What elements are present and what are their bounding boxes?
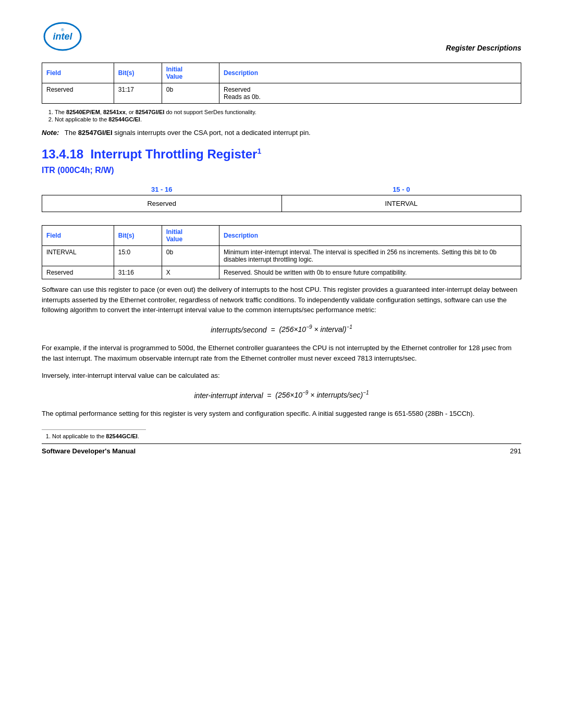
svg-text:intel: intel [53, 31, 72, 42]
body-para-4: The optimal performance setting for this… [42, 409, 521, 419]
table-row: INTERVAL 15:0 0b Minimum inter-interrupt… [42, 246, 521, 266]
page-header: intel ® Register Descriptions [42, 21, 521, 52]
top-footnotes: The 82540EP/EM, 82541xx, or 82547GI/EI d… [42, 109, 521, 122]
col-description: Description [219, 63, 521, 83]
bit-label-right: 15 - 0 [282, 186, 521, 195]
cell-initial: X [162, 266, 219, 279]
cell-initial: 0b [162, 83, 219, 104]
footnote-2: Not applicable to the 82544GC/EI. [55, 116, 521, 122]
cell-initial: 0b [162, 246, 219, 266]
body-para-2: For example, if the interval is programm… [42, 343, 521, 363]
footnote-1: The 82540EP/EM, 82541xx, or 82547GI/EI d… [55, 109, 521, 115]
bit-val-right: INTERVAL [282, 195, 521, 212]
bottom-footnote: Not applicable to the 82544GC/EI. [42, 429, 146, 439]
col-field: Field [42, 63, 114, 83]
cell-desc: Minimum inter-interrupt interval. The in… [219, 246, 521, 266]
bit-label-left: 31 - 16 [42, 186, 282, 195]
table-row: Reserved 31:17 0b ReservedReads as 0b. [42, 83, 521, 104]
note-paragraph: Note: The 82547GI/EI signals interrupts … [42, 129, 521, 137]
bit-val-left: Reserved [42, 195, 282, 212]
page: intel ® Register Descriptions Field Bit(… [0, 0, 563, 471]
cell-bits: 31:17 [114, 83, 162, 104]
top-register-table: Field Bit(s) InitialValue Description Re… [42, 63, 521, 104]
col-description: Description [219, 226, 521, 246]
cell-field: INTERVAL [42, 246, 114, 266]
main-register-table: Field Bit(s) InitialValue Description IN… [42, 225, 521, 279]
cell-desc: Reserved. Should be written with 0b to e… [219, 266, 521, 279]
cell-bits: 15:0 [114, 246, 162, 266]
page-footer: Software Developer's Manual 291 [42, 443, 521, 455]
body-para-1: Software can use this register to pace (… [42, 285, 521, 315]
sub-heading: ITR (000C4h; R/W) [42, 166, 521, 175]
table-row: Reserved 31:16 X Reserved. Should be wri… [42, 266, 521, 279]
col-bits: Bit(s) [114, 226, 162, 246]
footer-left: Software Developer's Manual [42, 447, 136, 455]
formula-2: inter-interrupt interval = (256×10−9 × i… [42, 390, 521, 400]
body-para-3: Inversely, inter-interrupt interval valu… [42, 371, 521, 381]
col-bits: Bit(s) [114, 63, 162, 83]
note-label: Note: [42, 129, 59, 137]
intel-logo: intel ® [42, 21, 83, 52]
cell-field: Reserved [42, 83, 114, 104]
col-initial: InitialValue [162, 226, 219, 246]
bit-diagram: 31 - 16 15 - 0 Reserved INTERVAL [42, 186, 521, 212]
cell-desc: ReservedReads as 0b. [219, 83, 521, 104]
cell-bits: 31:16 [114, 266, 162, 279]
svg-text:®: ® [61, 28, 64, 32]
header-title: Register Descriptions [446, 44, 521, 52]
cell-field: Reserved [42, 266, 114, 279]
col-initial: InitialValue [162, 63, 219, 83]
section-heading: 13.4.18 Interrupt Throttling Register1 [42, 147, 521, 162]
formula-1: interrupts/second = (256×10−9 × interval… [42, 325, 521, 334]
col-field: Field [42, 226, 114, 246]
footer-page-number: 291 [510, 447, 521, 455]
